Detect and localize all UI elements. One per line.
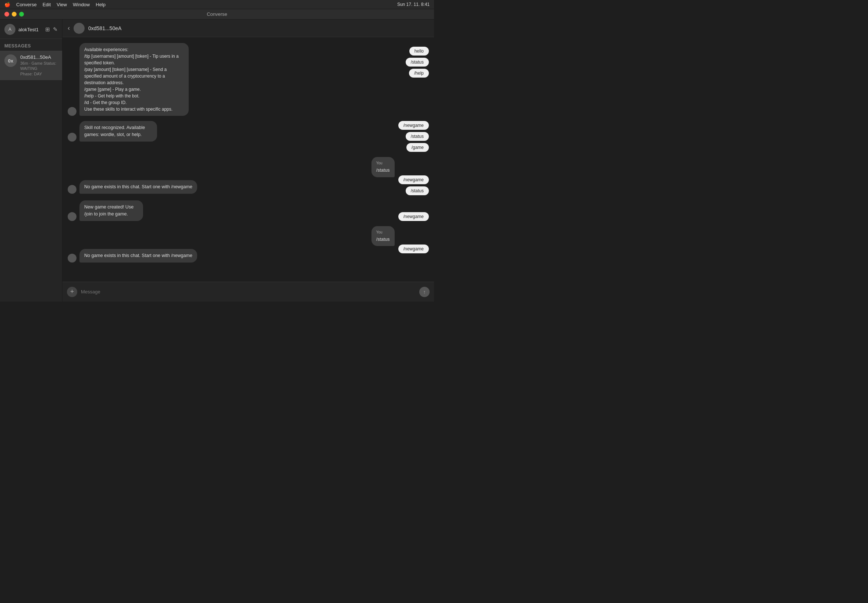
quick-reply-newgame-3[interactable]: /newgame [398,212,429,221]
quick-replies-group-2: /newgame /status /game [398,121,429,152]
message-row-1: Available experiences: /tip [usernames] … [68,43,429,116]
plus-button[interactable]: + [67,287,77,297]
incoming-msg-4: New game created! Use /join to join the … [68,200,183,221]
msg-group-left-3: You /status No game exists in this chat.… [68,157,395,194]
quick-reply-status-2[interactable]: /status [406,132,429,141]
apple-menu[interactable]: 🍎 [5,2,10,7]
menu-window[interactable]: Window [73,2,90,7]
message-row-5: You /status No game exists in this chat.… [68,226,429,263]
message-row-3: You /status No game exists in this chat.… [68,157,429,195]
sidebar-action-icons: ⊞ ✎ [45,26,58,33]
quick-replies-group-1: hello /status /help [406,47,429,77]
bubble-2: Skill not recognized. Available games: w… [79,121,157,142]
quick-reply-game[interactable]: /game [407,143,429,152]
menu-converse[interactable]: Converse [16,2,37,7]
bubble-3: You /status [371,157,395,177]
maximize-button[interactable] [19,12,24,17]
back-button[interactable]: ‹ [68,24,70,32]
send-button[interactable]: ↑ [419,287,430,297]
incoming-msg-2: Skill not recognized. Available games: w… [68,121,209,142]
bubble-label-2: You [376,229,390,235]
quick-reply-status-1[interactable]: /status [406,58,429,66]
incoming-msg-1: Available experiences: /tip [usernames] … [68,43,266,116]
traffic-lights [5,12,24,17]
conv-preview: 36m · Game Status: WAITING Phase: DAY [20,61,58,76]
message-row-4: New game created! Use /join to join the … [68,200,429,221]
msg-avatar [68,133,76,142]
messages-section-label: Messages [0,39,62,51]
menu-view[interactable]: View [57,2,67,7]
conversation-item[interactable]: 0x 0xd581...50eA 36m · Game Status: WAIT… [0,51,62,80]
sidebar-header: A alokTest1 ⊞ ✎ [0,20,62,39]
conv-name: 0xd581...50eA [20,54,58,60]
bubble-7: No game exists in this chat. Start one w… [79,249,197,263]
msg-avatar [68,185,76,194]
sidebar-user: A alokTest1 [5,24,39,35]
menu-edit[interactable]: Edit [43,2,51,7]
bubble-6: You /status [371,226,395,246]
input-bar: + ↑ [62,281,434,302]
menubar-right: Sun 17. 11. 8:41 [397,2,430,7]
bubble-5: New game created! Use /join to join the … [79,200,143,221]
quick-reply-status-3[interactable]: /status [406,186,429,195]
bubble-label: You [376,160,390,166]
quick-replies-group-3: /newgame /status [398,175,429,195]
quick-reply-newgame-4[interactable]: /newgame [398,244,429,254]
messages-area: Available experiences: /tip [usernames] … [62,37,434,281]
chat-panel: ‹ 0xd581...50eA Available experiences: /… [62,20,434,302]
chat-contact-name: 0xd581...50eA [88,25,121,31]
grid-icon[interactable]: ⊞ [45,26,50,33]
quick-reply-hello[interactable]: hello [409,47,429,56]
conv-avatar: 0x [5,54,17,67]
menubar-time: Sun 17. 11. 8:41 [397,2,430,7]
msg-avatar [68,254,76,263]
incoming-msg-5: No game exists in this chat. Start one w… [68,249,395,263]
quick-replies-group-5: /newgame [398,244,429,254]
incoming-msg-3: No game exists in this chat. Start one w… [68,180,395,194]
quick-reply-help[interactable]: /help [409,69,429,77]
avatar: A [5,24,15,35]
titlebar: Converse [0,9,434,20]
quick-replies-group-4: /newgame [398,212,429,221]
outgoing-msg-5: You /status [68,226,395,246]
bubble-4: No game exists in this chat. Start one w… [79,180,197,194]
outgoing-msg-3: You /status [68,157,395,177]
msg-avatar [68,212,76,221]
quick-reply-newgame-2[interactable]: /newgame [398,175,429,184]
username-label: alokTest1 [19,27,39,32]
msg-avatar [68,107,76,116]
close-button[interactable] [5,12,9,17]
menubar: 🍎 Converse Edit View Window Help Sun 17.… [0,0,434,9]
window-title: Converse [207,11,227,17]
quick-reply-newgame-1[interactable]: /newgame [398,121,429,130]
minimize-button[interactable] [12,12,17,17]
menu-help[interactable]: Help [96,2,105,7]
message-input[interactable] [81,289,416,295]
compose-icon[interactable]: ✎ [53,26,58,33]
chat-header: ‹ 0xd581...50eA [62,20,434,37]
msg-group-left-5: You /status No game exists in this chat.… [68,226,395,263]
message-row-2: Skill not recognized. Available games: w… [68,121,429,152]
chat-contact-avatar [74,23,85,34]
app-body: A alokTest1 ⊞ ✎ Messages 0x 0xd581...50e… [0,20,434,302]
bubble-1: Available experiences: /tip [usernames] … [79,43,189,116]
conv-info: 0xd581...50eA 36m · Game Status: WAITING… [20,54,58,76]
sidebar: A alokTest1 ⊞ ✎ Messages 0x 0xd581...50e… [0,20,62,302]
